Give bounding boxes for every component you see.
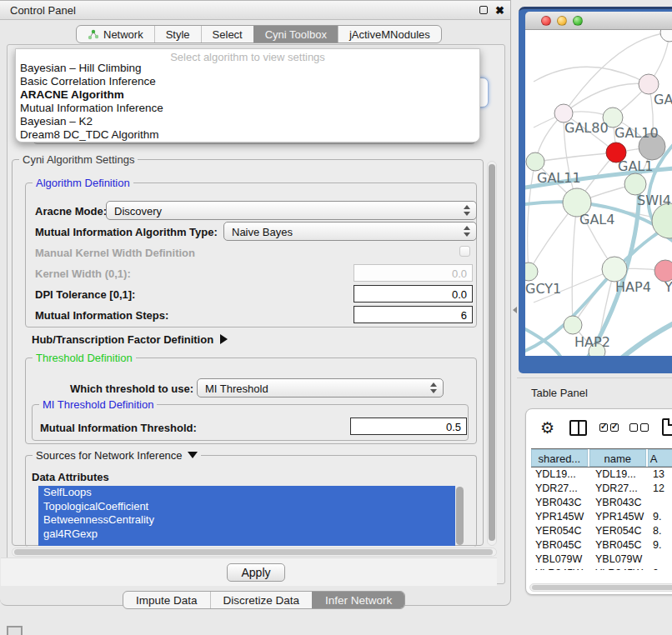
- mi-steps-label: Mutual Information Steps:: [35, 309, 168, 322]
- new-table-icon[interactable]: [662, 418, 672, 436]
- tab-cyni-toolbox[interactable]: Cyni Toolbox: [253, 26, 338, 42]
- algorithm-option[interactable]: Bayesian – Hill Climbing: [16, 62, 479, 75]
- node-label: GCY1: [525, 281, 561, 297]
- mi-threshold-field[interactable]: 0.5: [350, 418, 467, 435]
- split-columns-icon[interactable]: [569, 420, 587, 436]
- node-label: GAL: [654, 92, 672, 108]
- attribute-item-selected[interactable]: BetweennessCentrality: [38, 513, 455, 528]
- table-row[interactable]: YER054CYER054C8.: [531, 524, 672, 538]
- cyni-bottom-tabbar: Impute Data Discretize Data Infer Networ…: [123, 591, 405, 609]
- panel-corner-icon[interactable]: [7, 626, 23, 635]
- table-row[interactable]: YLR345WYLR345W9.: [531, 567, 672, 570]
- float-window-icon[interactable]: [479, 6, 488, 14]
- table-row[interactable]: YBR043CYBR043C: [531, 496, 672, 510]
- close-icon[interactable]: ✖: [495, 3, 504, 18]
- zoom-traffic-light-icon[interactable]: [573, 16, 583, 26]
- tab-discretize-data[interactable]: Discretize Data: [210, 592, 313, 608]
- table-row[interactable]: YBL079WYBL079W: [531, 552, 672, 567]
- mi-threshold-label: Mutual Information Threshold:: [40, 422, 197, 434]
- column-header-name[interactable]: name: [589, 449, 646, 467]
- control-panel-title: Control Panel: [10, 1, 76, 20]
- aracne-mode-label: Aracne Mode:: [35, 205, 107, 218]
- attribute-item-selected[interactable]: gal4RGexp: [38, 528, 455, 542]
- network-node-gal11[interactable]: [526, 152, 544, 171]
- tab-jactivemnodules[interactable]: jActiveMNodules: [338, 26, 441, 42]
- attribute-item-partial: [38, 541, 455, 546]
- minimize-traffic-light-icon[interactable]: [557, 16, 567, 26]
- attribute-item-selected[interactable]: SelfLoops: [38, 486, 455, 500]
- column-header-shared[interactable]: shared...: [531, 449, 588, 467]
- gear-icon[interactable]: ⚙: [540, 418, 554, 438]
- screen: Control Panel ✖ Network Style Select Cyn…: [0, 0, 672, 635]
- table-panel-divider: [517, 378, 672, 378]
- tab-impute-data[interactable]: Impute Data: [123, 592, 210, 608]
- table-horizontal-scrollbar[interactable]: [529, 583, 672, 592]
- node-table: shared... name A YDL19...YDL19...13 YDR2…: [531, 448, 672, 570]
- which-threshold-label: Which threshold to use:: [70, 382, 193, 395]
- attributes-list-scrollbar[interactable]: [456, 487, 464, 545]
- dpi-tolerance-field[interactable]: 0.0: [354, 285, 473, 302]
- table-panel: ⚙ shared... name A YDL19...YDL19...13 YD…: [525, 408, 672, 595]
- kernel-width-field[interactable]: 0.0: [354, 264, 473, 282]
- algorithm-option[interactable]: Mutual Information Inference: [16, 102, 479, 115]
- column-header-partial[interactable]: A: [648, 449, 672, 467]
- sources-group-toggle[interactable]: Sources for Network Inference: [33, 449, 201, 462]
- apply-button[interactable]: Apply: [227, 563, 285, 582]
- manual-kernel-width-checkbox[interactable]: [459, 246, 470, 257]
- table-row[interactable]: YPR145WYPR145W9.: [531, 510, 672, 524]
- control-panel-window: Control Panel ✖ Network Style Select Cyn…: [0, 0, 511, 606]
- data-attributes-label: Data Attributes: [32, 471, 109, 483]
- network-icon: [88, 29, 98, 40]
- kernel-width-label: Kernel Width (0,1):: [35, 268, 131, 280]
- deselect-all-checks-icon[interactable]: [629, 423, 649, 432]
- network-node-gcy1[interactable]: [525, 262, 538, 281]
- table-panel-title: Table Panel: [531, 387, 588, 399]
- algorithm-option[interactable]: Dream8 DC_TDC Algorithm: [16, 128, 479, 142]
- node-label: HAP4: [615, 279, 651, 295]
- mi-algorithm-type-label: Mutual Information Algorithm Type:: [35, 226, 218, 238]
- table-row[interactable]: YDR27...YDR27...12: [531, 482, 672, 496]
- manual-kernel-width-label: Manual Kernel Width Definition: [35, 247, 195, 259]
- algorithm-option-selected[interactable]: ARACNE Algorithm: [16, 88, 479, 102]
- control-panel-tabbar: Network Style Select Cyni Toolbox jActiv…: [76, 25, 442, 43]
- mi-steps-field[interactable]: 6: [354, 306, 473, 323]
- node-label: GAL10: [614, 125, 659, 141]
- network-window-titlebar: [525, 12, 672, 30]
- tab-network[interactable]: Network: [77, 26, 154, 42]
- which-threshold-combobox[interactable]: MI Threshold: [197, 378, 444, 398]
- tab-style[interactable]: Style: [154, 26, 201, 42]
- select-all-checks-icon[interactable]: [599, 423, 619, 432]
- algorithm-option[interactable]: Bayesian – K2: [16, 115, 479, 128]
- spinner-arrows-icon: [464, 226, 470, 237]
- node-label: GAL4: [579, 212, 614, 228]
- splitter-handle-icon[interactable]: [513, 307, 517, 313]
- tab-network-label: Network: [103, 28, 143, 41]
- table-toolbar: ⚙: [526, 409, 672, 448]
- attribute-item-selected[interactable]: TopologicalCoefficient: [38, 500, 455, 514]
- network-node-hap4[interactable]: [602, 257, 627, 282]
- data-attributes-list[interactable]: SelfLoops TopologicalCoefficient Between…: [38, 486, 455, 546]
- algorithm-option[interactable]: Basic Correlation Inference: [16, 75, 479, 88]
- hub-definition-toggle[interactable]: Hub/Transcription Factor Definition: [32, 333, 228, 346]
- close-traffic-light-icon[interactable]: [541, 16, 551, 26]
- settings-horizontal-scrollbar[interactable]: [12, 548, 497, 557]
- expand-arrow-icon: [220, 334, 228, 344]
- dpi-tolerance-label: DPI Tolerance [0,1]:: [35, 288, 135, 301]
- settings-vertical-scrollbar[interactable]: [487, 161, 497, 546]
- tab-infer-network[interactable]: Infer Network: [312, 592, 404, 608]
- network-node[interactable]: [660, 30, 672, 42]
- control-panel-titlebar: Control Panel ✖: [0, 1, 510, 20]
- spinner-arrows-icon: [464, 205, 470, 216]
- mi-algorithm-type-combobox[interactable]: Naive Bayes: [223, 222, 477, 241]
- network-canvas[interactable]: GAL GAL80 GAL10 GAL1 GAL11 SWI4 GAL4 GCY…: [525, 30, 672, 356]
- table-row[interactable]: YBR045CYBR045C9.: [531, 538, 672, 552]
- tab-select[interactable]: Select: [201, 26, 253, 42]
- algorithm-dropdown-hint: Select algorithm to view settings: [16, 49, 479, 62]
- node-label: HAP2: [574, 334, 610, 350]
- mi-threshold-definition-title: MI Threshold Definition: [39, 398, 157, 411]
- table-row[interactable]: YDL19...YDL19...13: [531, 468, 672, 482]
- threshold-definition-title: Threshold Definition: [33, 352, 136, 364]
- algorithm-definition-title: Algorithm Definition: [33, 177, 133, 189]
- aracne-mode-combobox[interactable]: Discovery: [106, 201, 477, 220]
- network-node-hap2[interactable]: [564, 316, 582, 334]
